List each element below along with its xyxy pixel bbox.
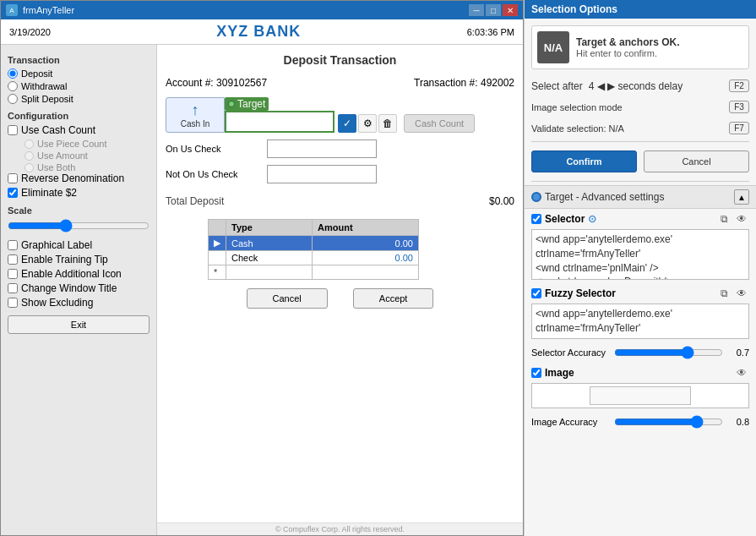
use-amount-option[interactable]: Use Amount [24,150,150,161]
use-both-option[interactable]: Use Both [24,162,150,172]
on-us-check-input[interactable] [267,139,377,158]
f3-key[interactable]: F3 [729,101,749,113]
table-row[interactable]: ▶ Cash 0.00 [209,236,419,251]
reverse-denomination-checkbox[interactable] [8,173,18,183]
cash-count-button[interactable]: Cash Count [404,114,475,133]
advanced-title: Target - Advanced settings [531,191,664,203]
code-line-4: <wnd ctrlname='grpDeposit' /> [536,275,745,280]
use-amount-radio[interactable] [24,151,34,161]
graphical-label-checkbox[interactable] [8,240,18,250]
selector-accuracy-slider[interactable] [614,346,723,359]
reverse-denomination-option[interactable]: Reverse Denomination [8,172,150,184]
use-both-radio[interactable] [24,163,34,172]
close-button[interactable]: ✕ [503,4,518,16]
configuration-section-title: Configuration [8,111,150,121]
enable-additional-icon-checkbox[interactable] [8,269,18,279]
new-row-type [226,265,313,280]
transaction-info: Transaction #: 492002 [414,77,514,89]
image-selection-label: Image selection mode [531,102,729,112]
collapse-button[interactable]: ▲ [734,189,749,205]
transaction-label: Transaction #: [414,77,478,89]
image-checkbox[interactable] [531,368,541,378]
sidebar: Transaction Deposit Withdrawal Split Dep… [1,45,157,535]
cash-in-input[interactable] [225,111,334,133]
withdrawal-option[interactable]: Withdrawal [8,81,150,91]
selector-header: Selector ⊙ ⧉ 👁 [531,212,749,226]
panel-title-bar: Selection Options [525,0,756,19]
target-circle-icon [228,101,235,107]
selector-checkbox[interactable] [531,214,541,224]
target-info: Target & anchors OK. Hit enter to confir… [576,36,743,58]
table-row[interactable]: Check 0.00 [209,251,419,265]
maximize-button[interactable]: □ [486,4,501,16]
selector-copy-button[interactable]: ⧉ [718,212,731,226]
withdrawal-radio[interactable] [8,81,18,91]
selector-section: Selector ⊙ ⧉ 👁 <wnd app='anytellerdemo.e… [525,209,756,283]
minimize-button[interactable]: ─ [469,4,484,16]
cash-in-button[interactable]: ↑ Cash In [166,97,225,133]
target-icon [531,192,541,202]
deposit-option[interactable]: Deposit [8,68,150,79]
f2-key[interactable]: F2 [729,79,749,92]
eliminate-s2-checkbox[interactable] [8,188,18,198]
selector-eye-button[interactable]: 👁 [734,212,749,226]
fuzzy-copy-button[interactable]: ⧉ [718,287,731,300]
scale-section: Scale [8,205,150,236]
on-us-check-row: On Us Check [166,139,514,158]
not-on-us-check-input[interactable] [267,165,377,183]
enable-additional-icon-option[interactable]: Enable Additional Icon [8,268,150,280]
col-type-header: Type [226,220,313,236]
title-bar-left: A frmAnyTeller [6,4,74,16]
image-actions: 👁 [734,366,749,380]
use-cash-count-option[interactable]: Use Cash Count [8,124,150,136]
split-deposit-radio[interactable] [8,94,18,104]
row-arrow-empty [209,251,226,265]
title-bar: A frmAnyTeller ─ □ ✕ [1,1,523,19]
fuzzy-eye-button[interactable]: 👁 [734,287,749,300]
split-deposit-option[interactable]: Split Deposit [8,94,150,104]
use-piece-count-option[interactable]: Use Piece Count [24,139,150,149]
use-cash-count-label: Use Cash Count [21,124,95,136]
fuzzy-code-line-2: ctrlname='frmAnyTeller' [536,321,745,336]
right-arrow-icon[interactable]: ▶ [607,80,615,92]
deposit-table-wrapper: Type Amount ▶ Cash 0.00 [208,219,419,280]
na-badge: N/A [537,31,569,63]
enable-training-tip-option[interactable]: Enable Training Tip [8,254,150,265]
image-accuracy-slider[interactable] [614,415,723,429]
delete-button[interactable]: 🗑 [378,114,397,133]
settings-button[interactable]: ⚙ [358,114,377,133]
change-window-title-option[interactable]: Change Window Title [8,282,150,294]
left-arrow-icon[interactable]: ◀ [597,80,605,92]
f2-key-container: F2 [729,79,749,92]
code-line-3: <wnd ctrlname='pnlMain' /> [536,261,745,276]
f7-key[interactable]: F7 [729,122,749,134]
eliminate-s2-option[interactable]: Eliminate $2 [8,187,150,199]
accept-button[interactable]: Accept [353,288,434,309]
fuzzy-selector-checkbox[interactable] [531,288,541,298]
show-excluding-option[interactable]: Show Excluding [8,297,150,309]
enable-training-tip-text: Enable Training Tip [21,254,108,265]
change-window-title-checkbox[interactable] [8,283,18,293]
use-piece-count-radio[interactable] [24,139,34,149]
image-eye-button[interactable]: 👁 [734,366,749,380]
panel-confirm-row: Confirm Cancel [525,145,756,178]
exit-button[interactable]: Exit [8,315,150,334]
panel-cancel-button[interactable]: Cancel [644,150,749,172]
deposit-radio[interactable] [8,68,18,79]
fuzzy-selector-label: Fuzzy Selector [531,287,616,299]
show-excluding-checkbox[interactable] [8,298,18,308]
validate-row: Validate selection: N/A F7 [525,118,756,138]
cancel-button[interactable]: Cancel [247,288,328,309]
confirm-button[interactable]: Confirm [531,150,637,172]
bottom-buttons: Cancel Accept [166,288,514,309]
app-date: 3/19/2020 [9,27,51,37]
app-content: Transaction Deposit Withdrawal Split Dep… [1,45,523,535]
scale-slider[interactable] [8,219,150,232]
graphical-label-option[interactable]: Graphical Label [8,239,150,251]
deposit-table: Type Amount ▶ Cash 0.00 [208,219,419,280]
image-preview [531,383,749,408]
enable-training-tip-checkbox[interactable] [8,254,18,265]
use-cash-count-checkbox[interactable] [8,125,18,135]
checkmark-button[interactable]: ✓ [338,114,356,133]
not-on-us-check-label: Not On Us Check [166,169,267,179]
